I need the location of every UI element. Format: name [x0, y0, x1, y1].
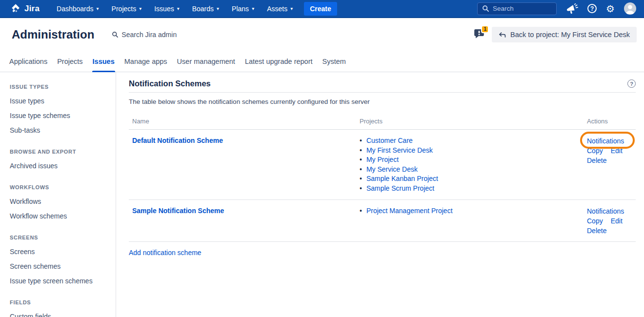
bullet-icon: • [360, 136, 362, 146]
admin-search[interactable]: Search Jira admin [112, 31, 177, 39]
sidebar-item-workflows[interactable]: Workflows [10, 198, 111, 205]
admin-notifications-icon[interactable]: 1 [473, 28, 485, 41]
content-title: Notification Schemes [129, 79, 211, 88]
action-edit[interactable]: Edit [611, 217, 623, 225]
section-title: FIELDS [10, 299, 111, 305]
tab-applications[interactable]: Applications [4, 58, 52, 72]
content-header: Notification Schemes ? [129, 79, 636, 93]
sidebar-item-sub-tasks[interactable]: Sub-tasks [10, 127, 111, 134]
add-notification-scheme-link[interactable]: Add notification scheme [129, 249, 201, 257]
action-copy[interactable]: Copy [587, 147, 603, 155]
tab-manage-apps[interactable]: Manage apps [120, 58, 172, 72]
table-row: Sample Notification Scheme •Project Mana… [129, 200, 636, 242]
project-list-item: •Sample Kanban Project [360, 174, 587, 184]
admin-header: Administration Search Jira admin 1 [0, 18, 644, 51]
action-delete[interactable]: Delete [587, 157, 606, 164]
sidebar-item-archived-issues[interactable]: Archived issues [10, 162, 111, 169]
global-search-input[interactable] [493, 5, 546, 12]
action-notifications[interactable]: Notifications [587, 207, 624, 215]
sidebar-item-workflow-schemes[interactable]: Workflow schemes [10, 213, 111, 219]
column-header-name: Name [129, 118, 360, 125]
back-arrow-icon [499, 32, 506, 38]
project-link[interactable]: My First Service Desk [366, 146, 433, 156]
nav-item-plans[interactable]: Plans [225, 0, 261, 17]
table-row: Default Notification Scheme •Customer Ca… [129, 130, 636, 200]
scheme-name-cell: Sample Notification Scheme [129, 206, 360, 236]
nav-item-dashboards[interactable]: Dashboards [50, 0, 105, 17]
action-copy[interactable]: Copy [587, 217, 603, 225]
actions-cell: Notifications CopyEdit Delete [587, 206, 636, 236]
help-icon[interactable]: ? [587, 4, 597, 13]
search-icon [112, 31, 119, 38]
tab-projects[interactable]: Projects [52, 58, 87, 72]
search-icon [482, 5, 489, 12]
project-list-item: •Customer Care [360, 136, 587, 146]
nav-item-assets[interactable]: Assets [261, 0, 299, 17]
tab-user-management[interactable]: User management [172, 58, 240, 72]
contextual-help-icon[interactable]: ? [627, 79, 636, 88]
back-button-label: Back to project: My First Service Desk [510, 31, 630, 39]
project-link[interactable]: Sample Scrum Project [366, 184, 434, 194]
settings-gear-icon[interactable]: ⚙ [606, 4, 615, 14]
create-button[interactable]: Create [304, 2, 337, 16]
action-notifications[interactable]: Notifications [587, 137, 624, 145]
action-delete[interactable]: Delete [587, 227, 606, 235]
action-edit[interactable]: Edit [611, 147, 623, 155]
sidebar-section-fields: FIELDS Custom fields [10, 299, 111, 317]
tab-latest-upgrade-report[interactable]: Latest upgrade report [240, 58, 318, 72]
bullet-icon: • [360, 146, 362, 156]
admin-search-label: Search Jira admin [121, 31, 177, 39]
jira-mark-icon [10, 3, 21, 14]
main-content: Notification Schemes ? The table below s… [116, 72, 644, 317]
project-link[interactable]: Project Management Project [366, 206, 453, 216]
section-title: ISSUE TYPES [10, 84, 111, 90]
project-link[interactable]: Sample Kanban Project [366, 174, 438, 184]
sidebar-section-screens: SCREENS Screens Screen schemes Issue typ… [10, 235, 111, 284]
project-list-item: •My First Service Desk [360, 146, 587, 156]
tab-system[interactable]: System [318, 58, 351, 72]
page-title: Administration [12, 28, 94, 41]
project-list-item: •Sample Scrum Project [360, 184, 587, 194]
sidebar-item-issue-type-schemes[interactable]: Issue type schemes [10, 112, 111, 119]
sidebar-section-workflows: WORKFLOWS Workflows Workflow schemes [10, 184, 111, 219]
scheme-link-sample[interactable]: Sample Notification Scheme [132, 207, 224, 215]
project-link[interactable]: My Project [366, 155, 399, 165]
tab-issues[interactable]: Issues [88, 58, 120, 72]
admin-sidebar: ISSUE TYPES Issue types Issue type schem… [0, 72, 116, 317]
nav-item-boards[interactable]: Boards [186, 0, 225, 17]
scheme-link-default[interactable]: Default Notification Scheme [132, 137, 223, 144]
content-description: The table below shows the notification s… [129, 97, 636, 107]
sidebar-item-screen-schemes[interactable]: Screen schemes [10, 263, 111, 270]
table-header-row: Name Projects Actions [129, 118, 636, 130]
bullet-icon: • [360, 165, 362, 175]
project-link[interactable]: My Service Desk [366, 165, 418, 175]
bullet-icon: • [360, 184, 362, 194]
page-body: ISSUE TYPES Issue types Issue type schem… [0, 72, 644, 317]
back-to-project-button[interactable]: Back to project: My First Service Desk [492, 27, 637, 42]
feedback-megaphone-icon[interactable] [566, 3, 578, 14]
bullet-icon: • [360, 155, 362, 165]
sidebar-item-screens[interactable]: Screens [10, 248, 111, 255]
jira-logo[interactable]: Jira [10, 3, 40, 14]
nav-item-projects[interactable]: Projects [105, 0, 148, 17]
global-search-box[interactable] [477, 2, 557, 15]
project-link[interactable]: Customer Care [366, 136, 413, 146]
column-header-actions: Actions [587, 118, 636, 125]
column-header-projects: Projects [360, 118, 587, 125]
brand-name: Jira [24, 4, 40, 14]
sidebar-item-issue-type-screen-schemes[interactable]: Issue type screen schemes [10, 277, 111, 284]
nav-item-issues[interactable]: Issues [148, 0, 186, 17]
sidebar-section-browse-export: BROWSE AND EXPORT Archived issues [10, 149, 111, 169]
sidebar-item-custom-fields[interactable]: Custom fields [10, 313, 111, 317]
section-title: SCREENS [10, 235, 111, 240]
notification-count-badge: 1 [481, 25, 489, 33]
project-list-item: •My Service Desk [360, 165, 587, 175]
projects-cell: •Project Management Project [360, 206, 587, 236]
sidebar-item-issue-types[interactable]: Issue types [10, 98, 111, 104]
section-title: BROWSE AND EXPORT [10, 149, 111, 155]
nav-right-group: ? ⚙ [477, 2, 636, 15]
scheme-name-cell: Default Notification Scheme [129, 136, 360, 194]
project-list-item: •My Project [360, 155, 587, 165]
user-avatar[interactable] [624, 2, 636, 15]
projects-cell: •Customer Care •My First Service Desk •M… [360, 136, 587, 194]
